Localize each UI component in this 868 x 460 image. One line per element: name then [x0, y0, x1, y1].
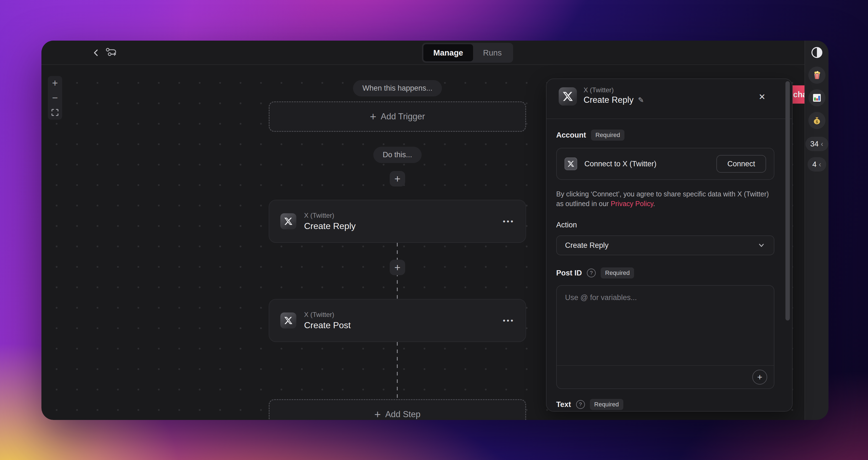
card-app-name: X (Twitter): [304, 212, 356, 219]
post-id-input-footer: +: [557, 365, 774, 389]
insert-step-button[interactable]: +: [390, 260, 405, 275]
card-menu-button[interactable]: •••: [503, 316, 515, 325]
badge-count: 4: [812, 160, 816, 169]
bar-chart-icon[interactable]: [808, 89, 826, 106]
do-this-pill: Do this...: [373, 147, 422, 163]
x-twitter-icon: [559, 87, 577, 105]
card-app-name: X (Twitter): [304, 311, 351, 318]
x-twitter-icon: [564, 157, 577, 170]
card-action-name: Create Reply: [304, 221, 356, 231]
app-window: + − When this happens... + Add Trigger D…: [41, 41, 829, 420]
privacy-policy-link[interactable]: Privacy Policy: [611, 200, 653, 208]
step-config-panel: X (Twitter) Create Reply ✎ ✕ Account Req…: [546, 79, 793, 412]
money-bag-icon[interactable]: $: [808, 112, 826, 129]
required-badge: Required: [591, 129, 624, 141]
side-rail: $ 34 ‹ 4 ‹: [804, 41, 829, 420]
edit-title-icon[interactable]: ✎: [638, 96, 644, 104]
add-step-label: Add Step: [385, 409, 421, 419]
workflow-icon: [105, 47, 118, 59]
view-tabs: Manage Runs: [422, 43, 513, 63]
text-label: Text: [556, 400, 571, 409]
action-selected-value: Create Reply: [565, 241, 609, 250]
badge-count: 34: [810, 140, 818, 148]
contrast-toggle-icon[interactable]: [811, 46, 823, 59]
rail-counter-badge[interactable]: 34 ‹: [805, 137, 828, 151]
disclaimer-period: .: [653, 200, 655, 208]
post-id-input[interactable]: [557, 286, 774, 365]
chevron-left-icon: [92, 48, 100, 57]
step-card-create-post[interactable]: X (Twitter) Create Post •••: [269, 299, 526, 342]
connect-account-box: Connect to X (Twitter) Connect: [556, 148, 774, 180]
zoom-in-button[interactable]: +: [48, 76, 62, 91]
when-this-happens-pill: When this happens...: [353, 80, 442, 96]
account-field-row: Account Required: [556, 129, 774, 141]
fit-view-icon: [51, 108, 59, 117]
zoom-out-button[interactable]: −: [48, 91, 62, 105]
action-label: Action: [556, 221, 774, 229]
top-bar: Manage Runs: [41, 41, 804, 65]
connect-button[interactable]: Connect: [716, 155, 766, 173]
panel-header: X (Twitter) Create Reply ✎ ✕: [547, 79, 792, 119]
help-icon[interactable]: ?: [576, 400, 585, 409]
rail-counter-badge[interactable]: 4 ‹: [807, 157, 826, 172]
chevron-down-icon: [757, 241, 766, 249]
panel-scrollbar[interactable]: [785, 81, 790, 320]
x-twitter-icon: [280, 312, 296, 329]
fit-view-button[interactable]: [48, 105, 62, 120]
card-menu-button[interactable]: •••: [503, 217, 515, 226]
account-label: Account: [556, 131, 586, 140]
back-button[interactable]: [90, 47, 102, 59]
popcorn-icon[interactable]: [808, 67, 826, 84]
required-badge: Required: [590, 399, 623, 410]
canvas-zoom-controls: + −: [48, 76, 62, 120]
post-id-field-row: Post ID ? Required: [556, 268, 774, 278]
x-twitter-icon: [280, 213, 296, 229]
post-id-label: Post ID: [556, 269, 582, 277]
panel-title: Create Reply: [584, 95, 633, 105]
required-badge: Required: [601, 268, 634, 278]
add-trigger-button[interactable]: + Add Trigger: [269, 101, 526, 132]
connect-prompt: Connect to X (Twitter): [584, 160, 656, 168]
panel-app-name: X (Twitter): [584, 86, 614, 94]
close-panel-button[interactable]: ✕: [758, 93, 766, 101]
add-trigger-label: Add Trigger: [381, 112, 425, 122]
connect-disclaimer: By clicking ‘Connect’, you agree to shar…: [556, 189, 774, 209]
step-card-create-reply[interactable]: X (Twitter) Create Reply •••: [269, 200, 526, 243]
disclaimer-text: By clicking ‘Connect’, you agree to shar…: [556, 190, 769, 208]
insert-variable-button[interactable]: +: [752, 370, 767, 385]
action-select[interactable]: Create Reply: [556, 235, 774, 255]
add-step-button[interactable]: + Add Step: [269, 399, 526, 420]
text-field-row: Text ? Required: [556, 399, 774, 410]
chevron-left-icon: ‹: [821, 140, 823, 148]
add-action-button[interactable]: +: [390, 171, 405, 186]
chevron-left-icon: ‹: [819, 160, 821, 169]
svg-text:$: $: [815, 119, 818, 124]
help-icon[interactable]: ?: [587, 269, 596, 277]
tab-runs[interactable]: Runs: [473, 44, 512, 61]
tab-manage[interactable]: Manage: [423, 44, 473, 61]
post-id-input-wrap: +: [556, 285, 774, 389]
connector-line: [397, 342, 398, 399]
card-action-name: Create Post: [304, 320, 351, 331]
